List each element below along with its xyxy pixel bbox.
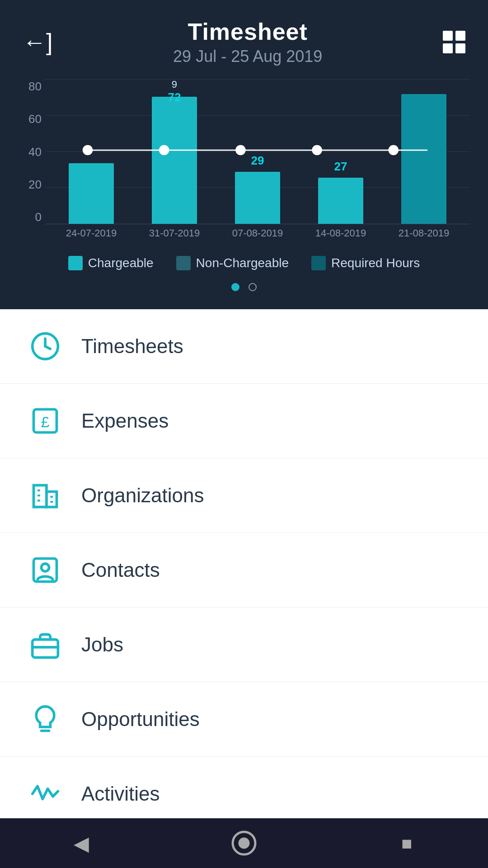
svg-rect-10 — [47, 492, 57, 507]
briefcase-icon — [27, 627, 63, 663]
y-label-20: 20 — [18, 178, 45, 192]
chart-area: 0 20 40 60 80 — [18, 80, 470, 242]
bar-group-1: 9 72 — [133, 80, 216, 224]
bar-group-0 — [50, 80, 133, 224]
svg-point-17 — [42, 564, 49, 571]
menu-item-expenses[interactable]: £ Expenses — [0, 384, 488, 458]
x-label-4: 21-08-2019 — [382, 227, 465, 239]
dot-inactive[interactable] — [249, 283, 257, 291]
menu-label-activities: Activities — [81, 783, 160, 805]
lightbulb-icon — [27, 701, 63, 737]
legend-required: Required Hours — [311, 256, 420, 270]
legend-nonchargeable: Non-Chargeable — [176, 256, 289, 270]
dot-active[interactable] — [231, 283, 239, 291]
legend-dot-required — [311, 256, 326, 270]
legend-label-nonchargeable: Non-Chargeable — [196, 256, 289, 270]
legend-dot-nonchargeable — [176, 256, 191, 270]
grid-squares-icon — [443, 31, 465, 53]
y-label-40: 40 — [18, 145, 45, 159]
y-label-60: 60 — [18, 112, 45, 126]
x-label-2: 07-08-2019 — [216, 227, 299, 239]
y-axis: 0 20 40 60 80 — [18, 80, 45, 242]
bar-group-3: 27 — [299, 80, 382, 224]
x-label-3: 14-08-2019 — [299, 227, 382, 239]
header-top: ←] Timesheet 29 Jul - 25 Aug 2019 — [0, 0, 488, 71]
page-title: Timesheet — [52, 18, 443, 45]
bottom-nav-bar: ◀ ■ — [0, 818, 488, 868]
nav-recents-button[interactable]: ■ — [384, 821, 429, 866]
chart-legend: Chargeable Non-Chargeable Required Hours — [0, 256, 488, 270]
menu-item-organizations[interactable]: Organizations — [0, 458, 488, 533]
y-label-0: 0 — [18, 210, 45, 224]
pagination-dots — [0, 283, 488, 291]
header-section: ←] Timesheet 29 Jul - 25 Aug 2019 0 20 4… — [0, 0, 488, 309]
bar-1: 9 72 — [152, 97, 197, 224]
pound-icon: £ — [27, 403, 63, 439]
contact-icon — [27, 552, 63, 588]
building-icon — [27, 477, 63, 514]
chart-container: 0 20 40 60 80 — [0, 71, 488, 242]
bar-label-2: 29 — [251, 154, 264, 168]
menu-section: Timesheets £ Expenses Organizations — [0, 309, 488, 868]
y-label-80: 80 — [18, 80, 45, 94]
bar-3: 27 — [318, 178, 363, 224]
bar-4 — [401, 94, 446, 224]
x-label-1: 31-07-2019 — [133, 227, 216, 239]
x-label-0: 24-07-2019 — [50, 227, 133, 239]
menu-item-contacts[interactable]: Contacts — [0, 533, 488, 608]
header-title-block: Timesheet 29 Jul - 25 Aug 2019 — [52, 18, 443, 66]
bar-group-2: 29 — [216, 80, 299, 224]
nav-back-button[interactable]: ◀ — [59, 821, 104, 866]
bars-wrapper: 9 72 29 — [45, 80, 470, 224]
page-subtitle: 29 Jul - 25 Aug 2019 — [52, 47, 443, 66]
bar-2: 29 — [235, 172, 280, 224]
legend-label-required: Required Hours — [331, 256, 420, 270]
svg-point-21 — [239, 838, 250, 849]
menu-label-expenses: Expenses — [81, 410, 169, 432]
menu-item-jobs[interactable]: Jobs — [0, 608, 488, 682]
bar-label-1: 9 72 — [168, 79, 181, 104]
legend-label-chargeable: Chargeable — [88, 256, 154, 270]
activity-icon — [27, 776, 63, 812]
bar-group-4 — [382, 80, 465, 224]
menu-label-opportunities: Opportunities — [81, 708, 200, 731]
menu-label-contacts: Contacts — [81, 559, 160, 581]
bar-0 — [69, 163, 114, 224]
menu-label-organizations: Organizations — [81, 484, 204, 507]
chart-inner: 9 72 29 — [45, 80, 470, 224]
bar-label-3: 27 — [334, 160, 347, 174]
menu-label-timesheets: Timesheets — [81, 335, 183, 358]
menu-item-opportunities[interactable]: Opportunities — [0, 682, 488, 757]
svg-text:£: £ — [41, 413, 50, 430]
menu-label-jobs: Jobs — [81, 633, 123, 656]
x-axis: 24-07-2019 31-07-2019 07-08-2019 14-08-2… — [45, 224, 470, 242]
grid-icon[interactable] — [443, 31, 465, 53]
back-button[interactable]: ←] — [23, 30, 52, 54]
clock-icon — [27, 328, 63, 364]
legend-dot-chargeable — [68, 256, 83, 270]
menu-item-timesheets[interactable]: Timesheets — [0, 309, 488, 384]
nav-home-button[interactable] — [221, 821, 267, 866]
legend-chargeable: Chargeable — [68, 256, 154, 270]
